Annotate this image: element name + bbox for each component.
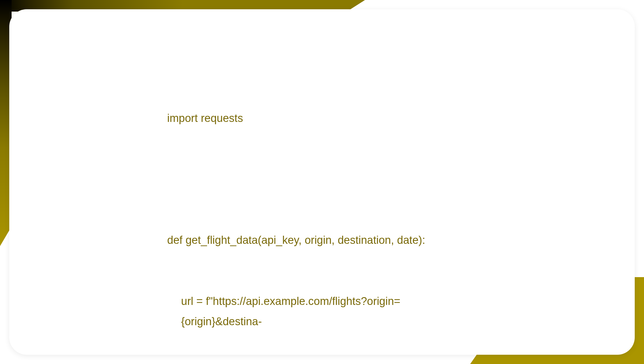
code-line-import: import requests (167, 108, 477, 128)
code-line-def: def get_flight_data(api_key, origin, des… (167, 230, 477, 250)
code-block: import requests def get_flight_data(api_… (167, 67, 477, 364)
blank-line (167, 169, 477, 189)
code-line-url: url = f"https://api.example.com/flights?… (167, 291, 477, 332)
slide-card: import requests def get_flight_data(api_… (9, 9, 635, 355)
